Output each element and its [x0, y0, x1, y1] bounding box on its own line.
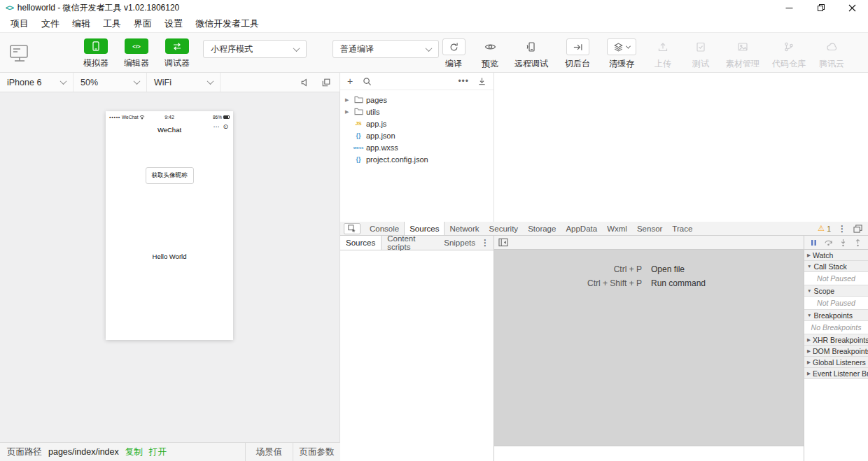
- open-path-link[interactable]: 打开: [149, 446, 167, 458]
- subtab-sources[interactable]: Sources: [340, 236, 382, 250]
- tab-appdata[interactable]: AppData: [561, 222, 602, 235]
- tab-trace[interactable]: Trace: [667, 222, 697, 235]
- app-logo-icon: <>: [6, 3, 13, 12]
- compile-mode-select[interactable]: 普通编译: [332, 40, 439, 58]
- restore-button[interactable]: [805, 0, 836, 15]
- tree-item-app-js[interactable]: JS app.js: [340, 118, 493, 129]
- editor-toggle[interactable]: </> 编辑器: [121, 38, 152, 69]
- debugger-toggle[interactable]: 调试器: [162, 38, 192, 69]
- kebab-menu-icon[interactable]: ⋮: [838, 224, 846, 234]
- test-button[interactable]: 测试: [682, 38, 720, 70]
- step-out-icon[interactable]: [854, 239, 862, 247]
- more-options-icon[interactable]: •••: [458, 76, 469, 86]
- add-file-icon[interactable]: +: [347, 76, 353, 86]
- menu-item-ui[interactable]: 界面: [127, 17, 158, 30]
- upload-button[interactable]: 上传: [644, 38, 682, 70]
- menu-item-tools[interactable]: 工具: [97, 17, 127, 30]
- pause-icon[interactable]: [811, 239, 817, 246]
- tab-wxml[interactable]: Wxml: [602, 222, 632, 235]
- menu-item-devtools[interactable]: 微信开发者工具: [189, 17, 265, 30]
- network-select-value: WiFi: [154, 78, 172, 87]
- tree-item-app-wxss[interactable]: wxss app.wxss: [340, 141, 493, 153]
- more-icon[interactable]: ⋯: [213, 123, 219, 130]
- exit-capsule-icon[interactable]: ⊙: [223, 123, 228, 130]
- dock-side-icon[interactable]: [853, 225, 862, 233]
- warning-count: 1: [827, 225, 831, 233]
- copy-path-link[interactable]: 复制: [125, 446, 143, 458]
- compile-button[interactable]: 编译: [434, 38, 473, 70]
- tab-storage[interactable]: Storage: [523, 222, 561, 235]
- switch-background-button[interactable]: 切后台: [556, 38, 599, 70]
- shortcut-keys: Ctrl + P: [494, 264, 642, 274]
- compile-label: 编译: [445, 58, 462, 70]
- remote-debug-button[interactable]: 远程调试: [507, 38, 556, 70]
- chevron-down-icon: ▼: [807, 288, 811, 293]
- zoom-select-value: 50%: [80, 78, 98, 87]
- zoom-select[interactable]: 50%: [74, 73, 147, 92]
- shortcut-keys: Ctrl + Shift + P: [494, 278, 642, 288]
- battery-percent-label: 86%: [213, 115, 222, 120]
- device-select[interactable]: iPhone 6: [0, 73, 74, 92]
- user-avatar[interactable]: [7, 41, 32, 66]
- json-file-icon: {}: [352, 132, 365, 139]
- section-event-listener-breakpoints[interactable]: ▶ Event Listener Breakpoints: [804, 368, 868, 379]
- section-watch[interactable]: ▶ Watch: [804, 250, 868, 261]
- menu-item-project[interactable]: 项目: [4, 17, 35, 30]
- chevron-right-icon: ▶: [807, 371, 811, 376]
- network-select[interactable]: WiFi: [147, 73, 220, 92]
- locate-file-icon[interactable]: [477, 77, 486, 86]
- tree-item-app-json[interactable]: {} app.json: [340, 129, 493, 141]
- signal-dots-icon: ●●●●●: [109, 115, 120, 119]
- tencent-cloud-button[interactable]: 腾讯云: [812, 38, 851, 70]
- main-toolbar: 模拟器 </> 编辑器 调试器 小程序模式 普通编译: [0, 32, 868, 73]
- inspect-element-icon[interactable]: [344, 223, 360, 234]
- mode-select[interactable]: 小程序模式: [203, 40, 307, 58]
- tab-sources[interactable]: Sources: [404, 222, 444, 235]
- code-repository-button[interactable]: 代码仓库: [766, 38, 812, 70]
- tab-sensor[interactable]: Sensor: [632, 222, 667, 235]
- section-xhr-breakpoints[interactable]: ▶ XHR Breakpoints: [804, 334, 868, 346]
- hide-navigator-icon[interactable]: [498, 238, 508, 247]
- close-button[interactable]: [836, 0, 868, 15]
- preview-button[interactable]: 预览: [473, 38, 507, 70]
- search-icon[interactable]: [363, 77, 372, 86]
- subtab-snippets[interactable]: Snippets: [438, 236, 481, 250]
- section-breakpoints[interactable]: ▼ Breakpoints: [804, 310, 868, 321]
- menu-item-edit[interactable]: 编辑: [66, 17, 97, 30]
- scene-value-tab[interactable]: 场景值: [245, 443, 293, 461]
- tree-item-pages[interactable]: ▶ pages: [340, 94, 493, 106]
- section-label: Watch: [813, 251, 833, 260]
- assets-manager-button[interactable]: 素材管理: [720, 38, 766, 70]
- tree-item-label: app.wxss: [366, 143, 398, 152]
- kebab-menu-icon[interactable]: ⋮: [481, 238, 493, 248]
- tab-console[interactable]: Console: [365, 222, 404, 235]
- simulator-icon: [84, 38, 108, 54]
- section-scope[interactable]: ▼ Scope: [804, 285, 868, 297]
- device-bar: iPhone 6 50% WiFi: [0, 73, 340, 92]
- detach-window-icon[interactable]: [321, 78, 331, 87]
- tree-item-utils[interactable]: ▶ utils: [340, 106, 493, 118]
- menu-item-settings[interactable]: 设置: [158, 17, 189, 30]
- menu-item-file[interactable]: 文件: [35, 17, 66, 30]
- step-into-icon[interactable]: [839, 239, 847, 247]
- assets-manager-label: 素材管理: [726, 58, 760, 70]
- tree-item-project-config[interactable]: {} project.config.json: [340, 153, 493, 165]
- get-avatar-button[interactable]: 获取头像昵称: [146, 167, 194, 184]
- section-dom-breakpoints[interactable]: ▶ DOM Breakpoints: [804, 346, 868, 357]
- page-params-tab[interactable]: 页面参数: [293, 443, 340, 461]
- tab-network[interactable]: Network: [444, 222, 484, 235]
- tab-security[interactable]: Security: [484, 222, 524, 235]
- section-global-listeners[interactable]: ▶ Global Listeners: [804, 357, 868, 368]
- section-call-stack[interactable]: ▼ Call Stack: [804, 261, 868, 272]
- step-over-icon[interactable]: [824, 239, 833, 246]
- clear-cache-button[interactable]: 清缓存: [599, 38, 644, 70]
- battery-icon: [223, 115, 230, 119]
- warning-badge[interactable]: ⚠ 1: [818, 225, 831, 233]
- section-label: Global Listeners: [813, 358, 866, 367]
- simulator-toggle[interactable]: 模拟器: [80, 38, 111, 69]
- shortcut-action: Run command: [651, 278, 706, 288]
- subtab-content-scripts[interactable]: Content scripts: [382, 236, 438, 250]
- chevron-down-icon: [134, 78, 141, 85]
- minimize-button[interactable]: [774, 0, 805, 15]
- sound-icon[interactable]: [300, 78, 310, 87]
